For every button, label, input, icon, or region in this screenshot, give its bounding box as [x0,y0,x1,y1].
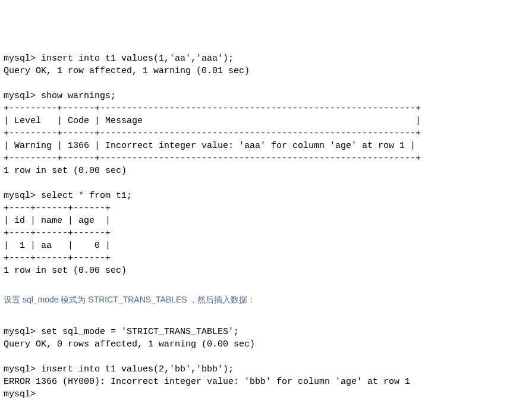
cmd-select: mysql> select * from t1; [4,191,132,201]
mysql-prompt: mysql> [4,389,36,399]
table-header: | Level | Code | Message | [4,116,421,126]
resp-footer: 1 row in set (0.00 sec) [4,166,127,176]
cmd-show-warnings: mysql> show warnings; [4,91,116,101]
terminal-output-2: mysql> set sql_mode = 'STRICT_TRANS_TABL… [4,326,528,401]
table-sep: +----+------+------+ [4,228,111,238]
cmd-insert-2: mysql> insert into t1 values(2,'bb','bbb… [4,364,234,374]
table-sep: +---------+------+----------------------… [4,128,421,138]
cmd-insert-1: mysql> insert into t1 values(1,'aa','aaa… [4,53,234,64]
resp-footer: 1 row in set (0.00 sec) [4,266,127,276]
table-header: | id | name | age | [4,216,111,226]
error-line: ERROR 1366 (HY000): Incorrect integer va… [4,377,410,387]
table-row: | 1 | aa | 0 | [4,241,111,251]
terminal-output: mysql> insert into t1 values(1,'aa','aaa… [4,52,528,277]
table-sep: +---------+------+----------------------… [4,153,421,163]
resp-insert-1: Query OK, 1 row affected, 1 warning (0.0… [4,66,250,76]
table-sep: +----+------+------+ [4,203,111,213]
annotation-text: 设置 sql_mode 模式为 STRICT_TRANS_TABLES ，然后插… [4,294,528,306]
table-sep: +---------+------+----------------------… [4,103,421,114]
table-sep: +----+------+------+ [4,253,111,263]
resp-set-sqlmode: Query OK, 0 rows affected, 1 warning (0.… [4,339,255,349]
table-row: | Warning | 1366 | Incorrect integer val… [4,141,415,151]
cmd-set-sqlmode: mysql> set sql_mode = 'STRICT_TRANS_TABL… [4,327,239,337]
